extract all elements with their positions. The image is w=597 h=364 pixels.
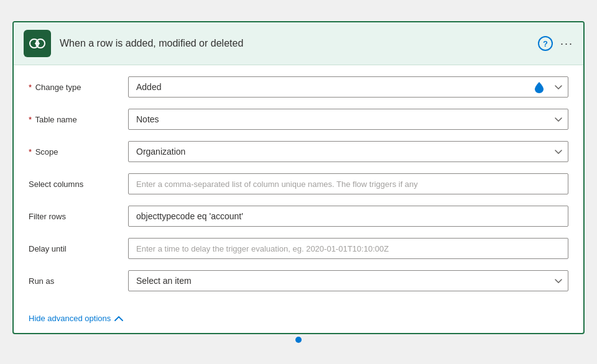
more-options-button[interactable]: ··· — [560, 37, 573, 50]
run-as-row: Run as Select an item — [29, 269, 568, 293]
card-body: * Change type Added Modified Deleted Add… — [14, 65, 583, 306]
delay-until-control — [128, 238, 568, 259]
card-header: When a row is added, modified or deleted… — [14, 22, 583, 65]
scope-select[interactable]: Organization Business Unit Parent: Child… — [128, 141, 568, 162]
run-as-dropdown-wrapper: Select an item — [128, 270, 568, 291]
select-columns-row: Select columns — [29, 172, 568, 196]
chevron-up-icon — [114, 316, 123, 322]
card-footer: Hide advanced options — [14, 306, 583, 333]
table-name-dropdown-wrapper: Notes Accounts Contacts Leads Opportunit… — [128, 109, 568, 130]
run-as-select[interactable]: Select an item — [128, 270, 568, 291]
table-name-label: * Table name — [29, 115, 128, 124]
required-asterisk-3: * — [29, 147, 32, 157]
change-type-row: * Change type Added Modified Deleted Add… — [29, 75, 568, 99]
change-type-label: * Change type — [29, 83, 128, 92]
connector-dot — [295, 337, 302, 343]
trigger-card: When a row is added, modified or deleted… — [12, 21, 585, 334]
required-asterisk-2: * — [29, 115, 32, 124]
table-name-row: * Table name Notes Accounts Contacts Lea… — [29, 107, 568, 131]
header-actions: ? ··· — [538, 36, 573, 51]
required-asterisk: * — [29, 83, 32, 92]
filter-rows-label: Filter rows — [29, 212, 128, 221]
table-name-select[interactable]: Notes Accounts Contacts Leads Opportunit… — [128, 109, 568, 130]
change-type-select[interactable]: Added Modified Deleted Added or Modified… — [128, 76, 568, 98]
filter-rows-control — [128, 206, 568, 227]
run-as-control: Select an item — [128, 270, 568, 291]
scope-dropdown-wrapper: Organization Business Unit Parent: Child… — [128, 141, 568, 162]
hide-advanced-button[interactable]: Hide advanced options — [29, 314, 123, 323]
card-title: When a row is added, modified or deleted — [60, 38, 529, 49]
delay-until-label: Delay until — [29, 244, 128, 253]
scope-row: * Scope Organization Business Unit Paren… — [29, 140, 568, 163]
delay-until-input[interactable] — [128, 238, 568, 259]
select-columns-label: Select columns — [29, 180, 128, 189]
filter-rows-input[interactable] — [128, 206, 568, 227]
table-name-control: Notes Accounts Contacts Leads Opportunit… — [128, 109, 568, 130]
select-columns-input[interactable] — [128, 173, 568, 194]
select-columns-control — [128, 173, 568, 194]
change-type-control: Added Modified Deleted Added or Modified… — [128, 76, 568, 98]
change-type-dropdown-wrapper: Added Modified Deleted Added or Modified… — [128, 76, 568, 98]
trigger-icon — [24, 30, 51, 57]
scope-control: Organization Business Unit Parent: Child… — [128, 141, 568, 162]
help-button[interactable]: ? — [538, 36, 553, 51]
scope-label: * Scope — [29, 147, 128, 157]
run-as-label: Run as — [29, 276, 128, 286]
delay-until-row: Delay until — [29, 237, 568, 260]
filter-rows-row: Filter rows — [29, 204, 568, 228]
